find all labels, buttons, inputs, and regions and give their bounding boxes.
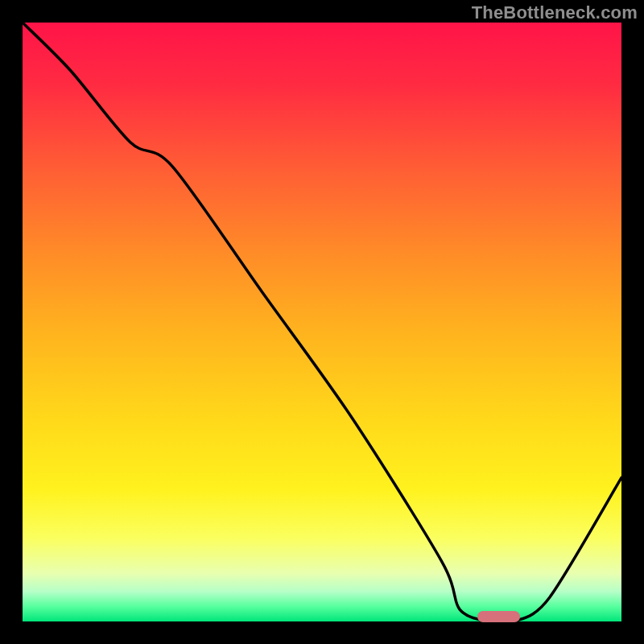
curve-path bbox=[23, 23, 621, 621]
chart-stage: TheBottleneck.com bbox=[0, 0, 644, 644]
plot-area bbox=[23, 23, 621, 621]
watermark-text: TheBottleneck.com bbox=[472, 2, 638, 23]
optimal-range-marker bbox=[477, 611, 519, 622]
bottleneck-curve bbox=[23, 23, 621, 621]
